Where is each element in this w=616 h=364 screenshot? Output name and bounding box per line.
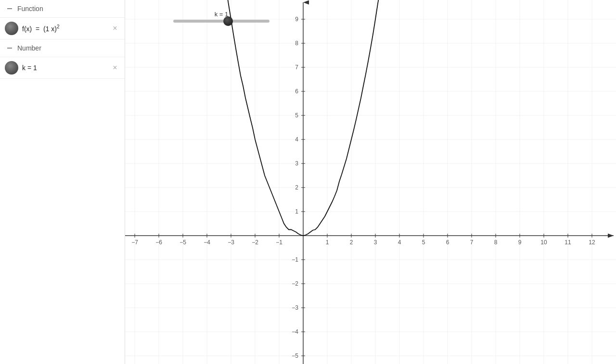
svg-text:1: 1 (295, 208, 298, 215)
collapse-number-button[interactable] (6, 44, 13, 52)
svg-text:9: 9 (295, 16, 298, 23)
svg-text:−6: −6 (155, 239, 162, 246)
svg-text:9: 9 (518, 239, 522, 246)
svg-text:6: 6 (295, 88, 298, 95)
sidebar: Function f(x) = (1 x)2 × Number k = 1 × (0, 0, 125, 364)
svg-text:11: 11 (565, 239, 571, 246)
svg-text:3: 3 (374, 239, 377, 246)
svg-text:5: 5 (295, 112, 298, 119)
svg-text:3: 3 (295, 160, 298, 167)
svg-text:4: 4 (295, 136, 298, 143)
svg-text:−4: −4 (204, 239, 210, 246)
number-section-header: Number (0, 39, 125, 57)
graph-area[interactable]: k = 1 (125, 0, 616, 364)
function-section-label: Function (17, 5, 43, 13)
svg-text:5: 5 (422, 239, 425, 246)
svg-text:7: 7 (295, 64, 298, 71)
svg-text:−1: −1 (292, 256, 298, 263)
svg-text:6: 6 (446, 239, 449, 246)
svg-text:−7: −7 (131, 239, 138, 246)
function-formula[interactable]: f(x) = (1 x)2 (22, 24, 106, 33)
slider-track[interactable] (173, 20, 270, 23)
number-section-label: Number (17, 44, 41, 52)
number-close-button[interactable]: × (110, 63, 120, 73)
svg-text:10: 10 (540, 239, 547, 246)
svg-text:−5: −5 (292, 352, 298, 359)
svg-text:−5: −5 (180, 239, 186, 246)
svg-text:−3: −3 (292, 304, 298, 311)
svg-text:2: 2 (295, 184, 298, 191)
svg-text:−2: −2 (292, 280, 298, 287)
svg-text:8: 8 (494, 239, 498, 246)
function-close-button[interactable]: × (110, 24, 120, 33)
function-section-header: Function (0, 0, 125, 18)
svg-text:−1: −1 (276, 239, 282, 246)
graph-svg: −7 −6 −5 −4 −3 −2 −1 1 2 3 4 5 6 7 8 9 1… (125, 0, 616, 364)
number-value-label[interactable]: k = 1 (22, 64, 106, 72)
function-entry-row: f(x) = (1 x)2 × (0, 18, 125, 39)
slider-thumb[interactable] (223, 16, 233, 26)
number-entry-row: k = 1 × (0, 57, 125, 79)
svg-text:2: 2 (350, 239, 353, 246)
svg-text:12: 12 (589, 239, 595, 246)
slider-container: k = 1 (173, 11, 270, 23)
svg-text:−4: −4 (292, 328, 298, 335)
collapse-function-button[interactable] (6, 5, 13, 13)
svg-text:4: 4 (398, 239, 401, 246)
function-color-dot (5, 22, 18, 35)
svg-text:−2: −2 (252, 239, 258, 246)
parabola-curve (225, 0, 379, 236)
svg-text:1: 1 (326, 239, 329, 246)
svg-text:8: 8 (295, 40, 298, 47)
number-color-dot (5, 61, 18, 75)
svg-text:7: 7 (470, 239, 474, 246)
svg-text:−3: −3 (228, 239, 234, 246)
